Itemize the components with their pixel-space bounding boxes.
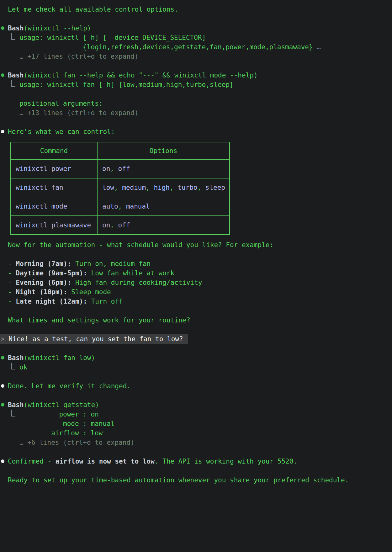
truncation-hint: … +6 lines (ctrl+o to expand) bbox=[0, 438, 392, 447]
tool-call-bash: Bash(winixctl getstate) bbox=[0, 400, 392, 410]
schedule-time: Morning (7am): bbox=[16, 260, 71, 268]
schedule-item: - Morning (7am): Turn on, medium fan bbox=[0, 259, 392, 268]
options-cell: on, off bbox=[97, 159, 230, 178]
schedule-action: Turn on, medium fan bbox=[71, 260, 151, 268]
schedule-action: High fan during cooking/activity bbox=[71, 279, 202, 286]
prompt-chevron-icon: > bbox=[1, 335, 5, 343]
text-segment: ok bbox=[19, 364, 27, 371]
text-segment: Let me check all available control optio… bbox=[8, 6, 178, 13]
table-row: winixctl plasmawaveon, off bbox=[11, 216, 230, 235]
tool-args: (winixctl fan low) bbox=[24, 354, 95, 362]
terminal-output[interactable]: Let me check all available control optio… bbox=[0, 0, 392, 485]
option-separator: , bbox=[110, 165, 118, 172]
blank-line bbox=[0, 466, 392, 475]
blank-line bbox=[0, 447, 392, 457]
tool-output: usage: winixctl [-h] [--device DEVICE_SE… bbox=[0, 33, 392, 42]
message-bullet-icon bbox=[1, 384, 4, 388]
option-value: off bbox=[118, 221, 130, 229]
option-value: manual bbox=[126, 203, 150, 210]
schedule-action: Sleep mode bbox=[67, 288, 111, 296]
tool-bullet-icon bbox=[1, 26, 4, 30]
schedule-item: - Late night (12am): Turn off bbox=[0, 297, 392, 306]
tool-name: Bash bbox=[8, 72, 24, 79]
truncation-hint: … +13 lines (ctrl+o to expand) bbox=[0, 108, 392, 118]
tool-bullet-icon bbox=[1, 356, 4, 359]
table-header-command: Command bbox=[11, 142, 97, 159]
schedule-time: Late night (12am): bbox=[16, 298, 87, 305]
blank-line bbox=[0, 250, 392, 259]
schedule-action: Low fan while at work bbox=[87, 269, 174, 277]
tool-args: (winixctl getstate) bbox=[24, 401, 99, 409]
blank-line bbox=[0, 61, 392, 71]
output-elbow-icon bbox=[11, 33, 15, 40]
option-value: sleep bbox=[205, 184, 225, 191]
option-value: auto bbox=[102, 203, 118, 210]
option-separator: , bbox=[170, 184, 177, 191]
option-value: on bbox=[102, 221, 110, 229]
tool-output: power : on bbox=[0, 410, 392, 419]
option-value: turbo bbox=[177, 184, 197, 191]
schedule-item: - Night (10pm): Sleep mode bbox=[0, 287, 392, 297]
blank-line bbox=[0, 372, 392, 381]
table-wrapper: CommandOptionswinixctl poweron, offwinix… bbox=[0, 142, 392, 235]
tool-output: mode : manual bbox=[0, 419, 392, 428]
schedule-action: Turn off bbox=[87, 298, 123, 305]
truncation-hint: … +17 lines (ctrl+o to expand) bbox=[0, 52, 392, 61]
state-airflow: airflow : low bbox=[19, 429, 103, 437]
text-segment: - bbox=[8, 298, 16, 305]
command-cell: winixctl fan bbox=[11, 178, 97, 197]
output-elbow-icon bbox=[11, 410, 15, 417]
assistant-text: Now for the automation - what schedule w… bbox=[0, 240, 392, 250]
text-segment: positional arguments: bbox=[19, 100, 103, 107]
options-cell: auto, manual bbox=[97, 197, 230, 216]
tool-bullet-icon bbox=[1, 73, 4, 77]
tool-output: airflow : low bbox=[0, 428, 392, 438]
text-segment: - bbox=[8, 260, 16, 268]
command-cell: winixctl power bbox=[11, 159, 97, 178]
options-cell: low, medium, high, turbo, sleep bbox=[97, 178, 230, 197]
schedule-item: - Evening (6pm): High fan during cooking… bbox=[0, 278, 392, 287]
tool-args: (winixctl --help) bbox=[24, 24, 91, 32]
tool-output: usage: winixctl fan [-h] {low,medium,hig… bbox=[0, 80, 392, 89]
assistant-message: Here's what we can control: bbox=[0, 127, 392, 136]
option-value: medium bbox=[122, 184, 146, 191]
text-segment: usage: winixctl fan [-h] {low,medium,hig… bbox=[19, 81, 234, 88]
emphasis: airflow is now set to low bbox=[56, 458, 155, 465]
blank-line bbox=[0, 391, 392, 400]
message-bullet-icon bbox=[1, 459, 4, 463]
tool-output: ok bbox=[0, 363, 392, 372]
user-input: > Nice! as a test, can you set the fan t… bbox=[0, 334, 188, 344]
option-separator: , bbox=[118, 203, 126, 210]
text-segment: {login,refresh,devices,getstate,fan,powe… bbox=[19, 43, 313, 51]
tool-call-bash: Bash(winixctl --help) bbox=[0, 24, 392, 33]
option-separator: , bbox=[197, 184, 205, 191]
tool-output: positional arguments: bbox=[0, 99, 392, 108]
text-segment: Now for the automation - what schedule w… bbox=[8, 241, 273, 249]
table-row: winixctl poweron, off bbox=[11, 159, 230, 178]
option-value: off bbox=[118, 165, 130, 172]
tool-call-bash: Bash(winixctl fan --help && echo "---" &… bbox=[0, 71, 392, 80]
table-row: winixctl modeauto, manual bbox=[11, 197, 230, 216]
schedule-time: Daytime (9am-5pm): bbox=[16, 269, 87, 277]
command-cell: winixctl mode bbox=[11, 197, 97, 216]
blank-line bbox=[0, 325, 392, 334]
option-separator: , bbox=[110, 221, 118, 229]
table-row: winixctl fanlow, medium, high, turbo, sl… bbox=[11, 178, 230, 197]
option-separator: , bbox=[146, 184, 154, 191]
assistant-text: What times and settings work for your ro… bbox=[0, 316, 392, 325]
output-elbow-icon bbox=[11, 363, 15, 369]
control-options-table: CommandOptionswinixctl poweron, offwinix… bbox=[10, 142, 230, 235]
option-value: low bbox=[102, 184, 114, 191]
command-cell: winixctl plasmawave bbox=[11, 216, 97, 235]
state-mode: mode : manual bbox=[19, 420, 114, 427]
output-elbow-icon bbox=[11, 80, 15, 87]
tool-args: (winixctl fan --help && echo "---" && wi… bbox=[24, 72, 258, 79]
text-segment: … +6 lines (ctrl+o to expand) bbox=[19, 439, 135, 446]
text-segment: Ready to set up your time-based automati… bbox=[8, 476, 349, 484]
tool-bullet-icon bbox=[1, 403, 4, 406]
schedule-item: - Daytime (9am-5pm): Low fan while at wo… bbox=[0, 268, 392, 278]
option-separator: , bbox=[114, 184, 122, 191]
text-segment: usage: winixctl [-h] [--device DEVICE_SE… bbox=[19, 34, 206, 41]
text-segment: . The API is working with your 5520. bbox=[155, 458, 297, 465]
options-cell: on, off bbox=[97, 216, 230, 235]
